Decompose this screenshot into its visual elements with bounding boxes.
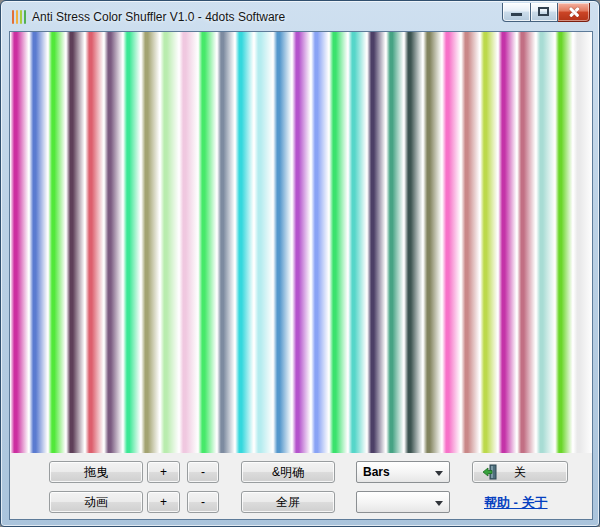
color-bar [573,32,592,453]
zoom-in-button[interactable]: + [147,461,180,483]
exit-door-icon [482,464,498,480]
speed-up-button[interactable]: + [147,491,180,513]
color-bar [367,32,386,453]
color-bar [386,32,405,453]
color-bar [517,32,536,453]
exit-button[interactable]: 关 [472,461,568,483]
minimize-button[interactable] [502,3,531,22]
drag-button[interactable]: 拖曳 [49,461,143,483]
color-bar [235,32,254,453]
color-bar [536,32,555,453]
color-bar [329,32,348,453]
color-bar [85,32,104,453]
color-bar [423,32,442,453]
style-combobox-value: Bars [363,465,390,479]
color-bar [292,32,311,453]
color-bar [348,32,367,453]
secondary-combobox[interactable] [356,491,450,513]
color-bar [461,32,480,453]
color-bar [404,32,423,453]
color-bar [104,32,123,453]
animate-button[interactable]: 动画 [49,491,143,513]
color-bar [311,32,330,453]
speed-down-button[interactable]: - [187,491,219,513]
color-bar [555,32,574,453]
color-bar [480,32,499,453]
maximize-button[interactable] [531,3,558,22]
color-bar [198,32,217,453]
color-bar [29,32,48,453]
help-about-link[interactable]: 帮助 - 关于 [484,494,584,512]
color-bar [498,32,517,453]
client-area: 拖曳 + - &明确 Bars 关 动画 + - 全屏 [9,31,593,520]
color-bars[interactable] [10,32,592,453]
maximize-icon [538,7,549,16]
clear-button[interactable]: &明确 [241,461,335,483]
app-window: Anti Stress Color Shuffler V1.0 - 4dots … [0,0,600,527]
caption-buttons [502,3,590,22]
chevron-down-icon [435,501,443,506]
color-bar [179,32,198,453]
color-bar [123,32,142,453]
color-bar [160,32,179,453]
close-icon [568,6,580,18]
color-bar [217,32,236,453]
color-bar [10,32,29,453]
close-button[interactable] [558,3,590,22]
color-bar [66,32,85,453]
color-bar [48,32,67,453]
color-bar [273,32,292,453]
color-bar [442,32,461,453]
style-combobox[interactable]: Bars [356,461,450,483]
app-icon [11,9,27,25]
color-bar [254,32,273,453]
zoom-out-button[interactable]: - [187,461,219,483]
fullscreen-button[interactable]: 全屏 [241,491,335,513]
window-title: Anti Stress Color Shuffler V1.0 - 4dots … [32,10,285,24]
controls-panel: 拖曳 + - &明确 Bars 关 动画 + - 全屏 [10,453,592,519]
chevron-down-icon [435,471,443,476]
exit-button-label: 关 [514,464,526,481]
minimize-icon [511,13,522,16]
color-bar [141,32,160,453]
